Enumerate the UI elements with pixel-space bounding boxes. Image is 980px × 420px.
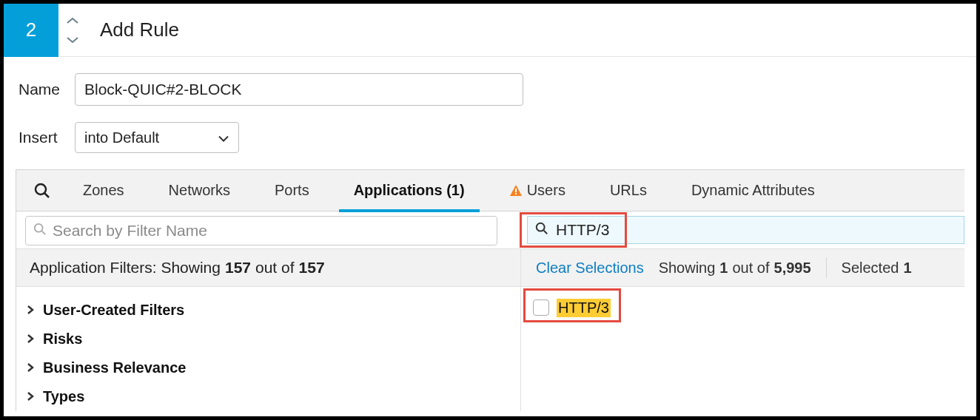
svg-line-8 xyxy=(544,231,548,234)
svg-point-0 xyxy=(36,184,46,194)
page-title: Add Rule xyxy=(100,18,179,41)
selected-status: Selected 1 xyxy=(842,260,912,277)
tab-networks[interactable]: Networks xyxy=(147,170,252,211)
filter-name-search-input[interactable]: Search by Filter Name xyxy=(25,216,497,245)
divider xyxy=(826,257,827,278)
warning-icon xyxy=(509,184,523,197)
chevron-right-icon xyxy=(27,331,34,348)
search-icon xyxy=(33,223,47,239)
application-search-input[interactable]: HTTP/3 xyxy=(527,216,964,244)
filter-search-placeholder: Search by Filter Name xyxy=(53,222,207,240)
tab-ports[interactable]: Ports xyxy=(252,170,332,211)
chevron-right-icon xyxy=(27,302,34,319)
move-down-button[interactable] xyxy=(66,35,79,44)
application-search-value: HTTP/3 xyxy=(556,221,609,239)
svg-line-1 xyxy=(44,193,49,197)
tab-bar: Zones Networks Ports Applications (1) Us… xyxy=(16,170,964,211)
svg-point-7 xyxy=(537,223,545,231)
tab-users[interactable]: Users xyxy=(487,170,588,211)
tab-dynamic-attributes[interactable]: Dynamic Attributes xyxy=(669,170,837,211)
chevron-down-icon xyxy=(218,129,229,146)
move-up-button[interactable] xyxy=(66,16,79,25)
clear-selections-link[interactable]: Clear Selections xyxy=(536,260,644,277)
tab-applications[interactable]: Applications (1) xyxy=(332,170,487,211)
result-checkbox[interactable] xyxy=(533,299,549,316)
insert-label: Insert xyxy=(19,129,75,146)
search-icon xyxy=(535,222,548,238)
chevron-right-icon xyxy=(27,359,34,376)
showing-status: Showing 1 out of 5,995 xyxy=(659,260,811,277)
filter-category-types[interactable]: Types xyxy=(22,382,520,411)
svg-rect-4 xyxy=(515,193,517,194)
filter-category-risks[interactable]: Risks xyxy=(22,325,520,353)
tab-zones[interactable]: Zones xyxy=(61,170,147,211)
filter-category-user-created[interactable]: User-Created Filters xyxy=(22,296,520,325)
insert-select-value: into Default xyxy=(84,129,159,146)
svg-rect-3 xyxy=(515,189,517,192)
tab-search-button[interactable] xyxy=(24,183,61,199)
rule-number-badge: 2 xyxy=(4,4,58,57)
application-result-row[interactable]: HTTP/3 xyxy=(531,294,964,321)
chevron-right-icon xyxy=(27,388,34,405)
svg-point-5 xyxy=(35,224,43,232)
rule-name-input[interactable] xyxy=(75,73,523,106)
name-label: Name xyxy=(19,81,75,98)
svg-line-6 xyxy=(42,231,46,235)
filter-category-business-relevance[interactable]: Business Relevance xyxy=(22,353,520,382)
result-label: HTTP/3 xyxy=(557,299,611,317)
insert-position-select[interactable]: into Default xyxy=(75,122,239,153)
tab-urls[interactable]: URLs xyxy=(588,170,669,211)
filter-count-status: Application Filters: Showing 157 out of … xyxy=(16,249,521,286)
